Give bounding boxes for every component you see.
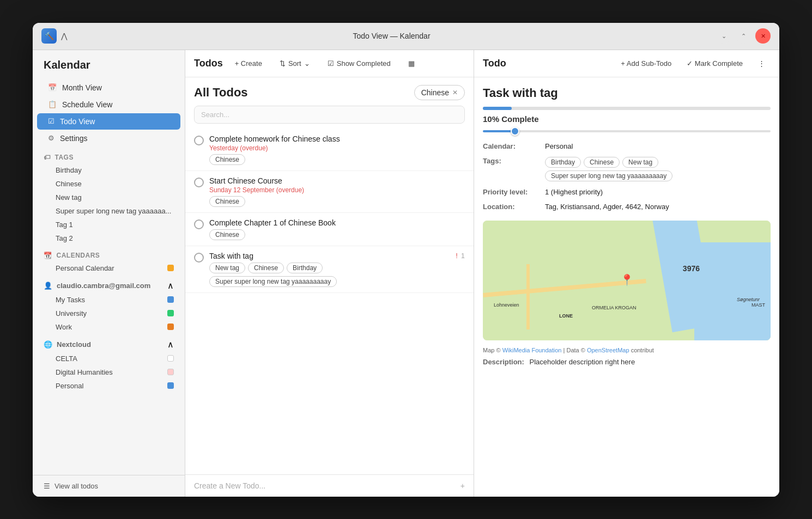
schedule-icon: 📋 — [48, 100, 57, 108]
sidebar-tag-newtag[interactable]: New tag — [33, 191, 185, 204]
create-todo-placeholder: Create a New Todo... — [194, 481, 265, 490]
openstreetmap-link[interactable]: OpenStreetMap — [587, 347, 629, 353]
create-todo-bar[interactable]: Create a New Todo... + — [185, 474, 474, 497]
sidebar-item-month-view[interactable]: 📅 Month View — [37, 80, 180, 96]
tag-section-icon: 🏷 — [44, 154, 51, 161]
university-dot — [167, 310, 174, 316]
map-credit-text: Map © — [483, 347, 502, 353]
titlebar-left: 🔨 ⋀ — [41, 28, 67, 44]
collapse-button[interactable]: ⋀ — [61, 32, 67, 40]
sidebar-tag-tag2[interactable]: Tag 2 — [33, 231, 185, 245]
calendar-section-icon: 📆 — [44, 252, 52, 259]
location-field-value: Tag, Kristiansand, Agder, 4642, Norway — [545, 202, 771, 212]
create-todo-plus-icon[interactable]: + — [460, 481, 465, 490]
calendar-view-button[interactable]: ▦ — [403, 57, 420, 70]
map-road-2 — [526, 264, 530, 329]
show-completed-label: Show Completed — [337, 59, 391, 68]
sidebar-calendar-university[interactable]: University — [33, 307, 185, 320]
nextcloud-personal-dot — [167, 382, 174, 389]
tag-pill-extra: Super super long new tag yaaaaaaaaay — [209, 276, 337, 287]
work-dot — [167, 323, 174, 330]
progress-slider-row — [483, 130, 771, 132]
todo-checkbox-3[interactable] — [194, 219, 204, 229]
sidebar-calendar-digital-humanities[interactable]: Digital Humanities — [33, 365, 185, 379]
show-completed-button[interactable]: ☑ Show Completed — [322, 57, 396, 70]
priority-field-value: 1 (Highest priority) — [545, 187, 771, 197]
description-value: Placeholder description right here — [529, 358, 635, 366]
sidebar-tag-tag1[interactable]: Tag 1 — [33, 218, 185, 231]
university-label: University — [56, 309, 87, 317]
data-credit-text: | Data © — [563, 347, 587, 353]
tag-pill: Chinese — [209, 229, 245, 240]
sidebar-tag-birthday[interactable]: Birthday — [33, 163, 185, 177]
sidebar-item-settings[interactable]: ⚙ Settings — [37, 130, 180, 146]
settings-icon: ⚙ — [48, 134, 54, 142]
todos-content: All Todos Chinese ✕ Search... Complete h… — [185, 77, 474, 474]
sidebar-calendar-mytasks[interactable]: My Tasks — [33, 293, 185, 307]
add-sub-todo-button[interactable]: + Add Sub-Todo — [615, 57, 677, 70]
location-field-label: Location: — [483, 202, 543, 212]
priority-icon: ! — [456, 252, 458, 260]
todo-item[interactable]: Complete homework for Chinese class Yest… — [185, 129, 474, 171]
map-label-lohneveien: Lohneveien — [494, 302, 519, 308]
map-container: 3976 Lohneveien LONE ORMELIA KROGAN MAST… — [483, 221, 771, 340]
todo-title-3: Complete Chapter 1 of Chinese Book — [209, 218, 465, 227]
sidebar-tag-chinese[interactable]: Chinese — [33, 177, 185, 191]
personal-calendar-label: Personal Calendar — [56, 264, 114, 272]
todo-item[interactable]: Start Chinese Course Sunday 12 September… — [185, 171, 474, 213]
sidebar-item-schedule-view[interactable]: 📋 Schedule View — [37, 96, 180, 113]
todo-checkbox-2[interactable] — [194, 178, 204, 187]
todo-tags-1: Chinese — [209, 154, 465, 165]
sidebar-item-todo-view[interactable]: ☑ Todo View — [37, 113, 180, 130]
list-icon: ☰ — [44, 482, 50, 490]
filter-tag-close-icon[interactable]: ✕ — [452, 89, 458, 96]
maximize-button[interactable]: ⌃ — [736, 28, 751, 44]
account-gmail-header[interactable]: 👤 claudio.cambra@gmail.com ∧ — [33, 275, 185, 293]
todo-checkbox-1[interactable] — [194, 136, 204, 145]
map-label-mast: MAST — [752, 302, 765, 308]
sidebar-calendar-celta[interactable]: CELTA — [33, 352, 185, 365]
todo-meta-4: ! 1 — [456, 252, 465, 260]
tag-chip-chinese: Chinese — [584, 157, 620, 168]
progress-bar-fill — [483, 107, 512, 110]
account-gmail-label: claudio.cambra@gmail.com — [57, 282, 150, 290]
close-button[interactable]: ✕ — [755, 28, 771, 44]
account-nextcloud-header[interactable]: 🌐 Nextcloud ∧ — [33, 334, 185, 352]
sidebar-calendar-nextcloud-personal[interactable]: Personal — [33, 379, 185, 393]
count-badge: 1 — [461, 252, 465, 260]
progress-slider[interactable] — [483, 130, 771, 132]
progress-bar-container — [483, 107, 771, 110]
todo-item-selected[interactable]: Task with tag New tag Chinese Birthday S… — [185, 246, 474, 293]
sort-button[interactable]: ⇅ Sort ⌄ — [274, 57, 316, 70]
create-button[interactable]: + Create — [229, 57, 268, 70]
wikimedia-link[interactable]: WikiMedia Foundation — [502, 347, 562, 353]
todos-header: Todos + Create ⇅ Sort ⌄ ☑ Show Completed… — [185, 50, 474, 77]
sidebar-calendar-personal[interactable]: Personal Calendar — [33, 261, 185, 275]
account-gmail-chevron: ∧ — [167, 280, 174, 291]
task-title: Task with tag — [483, 86, 771, 100]
map-label-lone: LONE — [559, 313, 573, 319]
mytasks-dot — [167, 296, 174, 303]
mark-complete-button[interactable]: ✓ Mark Complete — [681, 57, 748, 70]
view-all-todos-btn[interactable]: ☰ View all todos — [33, 475, 185, 497]
sort-icon: ⇅ — [280, 59, 286, 68]
tag-pill: New tag — [209, 262, 245, 273]
minimize-button[interactable]: ⌄ — [716, 28, 731, 44]
settings-label: Settings — [60, 134, 88, 143]
tag-pill: Chinese — [248, 262, 284, 273]
todo-item[interactable]: Complete Chapter 1 of Chinese Book Chine… — [185, 213, 474, 246]
todo-checkbox-4[interactable] — [194, 253, 204, 262]
celta-dot — [167, 355, 174, 362]
map-water-2 — [694, 242, 771, 340]
sidebar-tag-superlong[interactable]: Super super long new tag yaaaaaa... — [33, 204, 185, 218]
todo-body-2: Start Chinese Course Sunday 12 September… — [209, 176, 465, 207]
more-options-button[interactable]: ⋮ — [753, 57, 771, 70]
nextcloud-chevron: ∧ — [167, 339, 174, 350]
todo-title-4: Task with tag — [209, 252, 450, 260]
calendar-grid-icon: ▦ — [408, 59, 415, 68]
check-icon: ☑ — [328, 59, 334, 68]
digital-humanities-label: Digital Humanities — [56, 368, 113, 376]
sidebar-calendar-work[interactable]: Work — [33, 320, 185, 334]
filter-tag[interactable]: Chinese ✕ — [414, 85, 465, 100]
map-label-sognetunr: Søgnetunr — [737, 297, 760, 302]
